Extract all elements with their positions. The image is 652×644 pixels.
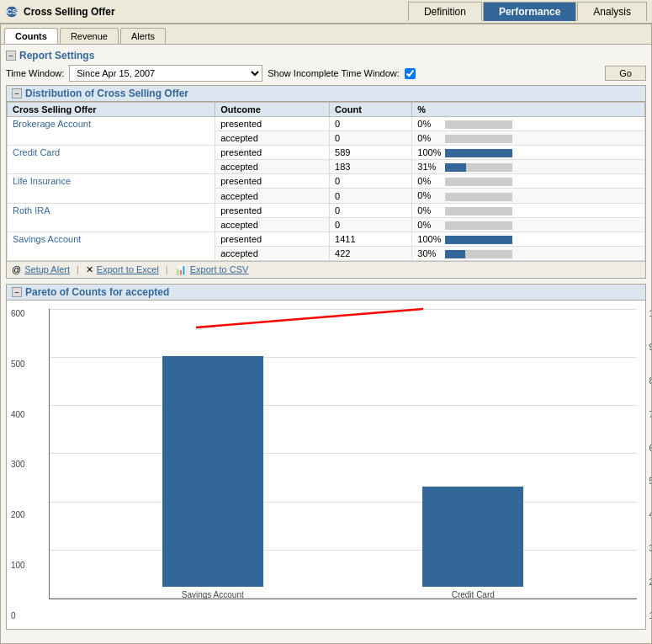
table-row: Roth IRA presented 0 0%: [8, 203, 645, 217]
chart-header: – Pareto of Counts for accepted: [7, 285, 645, 301]
outcome-accepted: accepted: [215, 189, 330, 203]
svg-text:CS: CS: [7, 8, 18, 16]
count-accepted: 422: [330, 246, 412, 260]
action-bar: @ Setup Alert | ✕ Export to Excel | 📊 Ex…: [7, 261, 645, 278]
main-content: Counts Revenue Alerts – Report Settings …: [0, 24, 652, 644]
title-bar: CS Cross Selling Offer Definition Perfor…: [0, 0, 652, 24]
show-incomplete-checkbox[interactable]: [405, 68, 416, 79]
report-settings-header: – Report Settings: [6, 50, 646, 61]
pct-accepted: 31%: [412, 160, 645, 174]
tab-analysis[interactable]: Analysis: [577, 2, 647, 21]
count-accepted: 0: [330, 131, 412, 146]
offer-name: Savings Account: [8, 232, 215, 260]
top-nav: Definition Performance Analysis: [407, 2, 647, 21]
pct-accepted: 0%: [412, 217, 645, 232]
col-count: Count: [330, 103, 412, 117]
pct-presented: 0%: [412, 117, 645, 131]
outcome-presented: presented: [215, 146, 330, 160]
chart-title: Pareto of Counts for accepted: [25, 286, 169, 298]
settings-row: Time Window: Since Apr 15, 2007 Show Inc…: [6, 65, 646, 82]
table-row: Credit Card presented 589 100%: [8, 146, 645, 160]
distribution-title: Distribution of Cross Selling Offer: [25, 88, 188, 99]
col-pct: %: [412, 103, 645, 117]
pct-accepted: 30%: [412, 246, 645, 260]
pct-presented: 0%: [412, 174, 645, 189]
export-csv-link[interactable]: Export to CSV: [190, 264, 249, 274]
bars-container: Savings Account Credit Card: [49, 309, 637, 599]
outcome-accepted: accepted: [215, 246, 330, 260]
time-window-select[interactable]: Since Apr 15, 2007: [69, 65, 262, 82]
table-row: Brokerage Account presented 0 0%: [8, 117, 645, 131]
offer-name: Brokerage Account: [8, 117, 215, 146]
app-title: Cross Selling Offer: [24, 6, 407, 18]
sub-tab-counts[interactable]: Counts: [4, 28, 58, 44]
show-incomplete-label: Show Incomplete Time Window:: [268, 68, 400, 78]
distribution-toggle[interactable]: –: [12, 88, 22, 98]
count-accepted: 0: [330, 217, 412, 232]
chart-section: – Pareto of Counts for accepted 0 100 20…: [6, 284, 646, 630]
sub-tabs: Counts Revenue Alerts: [1, 24, 651, 45]
bar-credit-card: [422, 487, 523, 587]
pct-presented: 100%: [412, 232, 645, 246]
offer-name: Credit Card: [8, 146, 215, 174]
y-axis-left: 0 100 200 300 400 500 600: [11, 309, 25, 620]
chart-toggle[interactable]: –: [12, 287, 22, 297]
distribution-header: – Distribution of Cross Selling Offer: [7, 86, 645, 102]
go-button[interactable]: Go: [605, 66, 646, 81]
col-outcome: Outcome: [215, 103, 330, 117]
pct-accepted: 0%: [412, 131, 645, 146]
y-axis-right: 10% 20% 30% 40% 50% 60% 70% 80% 90% 100%: [649, 309, 651, 620]
setup-alert-link[interactable]: Setup Alert: [24, 264, 70, 274]
outcome-presented: presented: [215, 232, 330, 246]
bar-savings-label: Savings Account: [182, 590, 244, 599]
count-presented: 0: [330, 174, 412, 189]
count-presented: 589: [330, 146, 412, 160]
pct-accepted: 0%: [412, 189, 645, 203]
outcome-accepted: accepted: [215, 217, 330, 232]
count-accepted: 183: [330, 160, 412, 174]
content-area: – Report Settings Time Window: Since Apr…: [1, 45, 651, 643]
bar-group-savings: Savings Account: [162, 356, 263, 599]
time-window-label: Time Window:: [6, 68, 64, 78]
outcome-accepted: accepted: [215, 160, 330, 174]
export-excel-link[interactable]: Export to Excel: [97, 264, 159, 274]
outcome-accepted: accepted: [215, 131, 330, 146]
offer-name: Roth IRA: [8, 203, 215, 232]
distribution-table: Cross Selling Offer Outcome Count % Brok…: [7, 102, 645, 261]
chart-area: 0 100 200 300 400 500 600 10% 20% 30% 40…: [7, 301, 645, 629]
app-icon: CS: [5, 5, 19, 19]
report-settings-toggle[interactable]: –: [6, 51, 16, 61]
sub-tab-alerts[interactable]: Alerts: [120, 28, 166, 44]
count-presented: 0: [330, 117, 412, 131]
outcome-presented: presented: [215, 203, 330, 217]
col-offer: Cross Selling Offer: [8, 103, 215, 117]
report-settings-title: Report Settings: [19, 50, 94, 61]
table-row: Life Insurance presented 0 0%: [8, 174, 645, 189]
count-accepted: 0: [330, 189, 412, 203]
outcome-presented: presented: [215, 174, 330, 189]
tab-definition[interactable]: Definition: [408, 2, 482, 21]
count-presented: 0: [330, 203, 412, 217]
table-row: Savings Account presented 1411 100%: [8, 232, 645, 246]
chart-inner: 0 100 200 300 400 500 600 10% 20% 30% 40…: [49, 309, 637, 620]
bar-group-credit: Credit Card: [422, 487, 523, 599]
count-presented: 1411: [330, 232, 412, 246]
distribution-section: – Distribution of Cross Selling Offer Cr…: [6, 85, 646, 279]
offer-name: Life Insurance: [8, 174, 215, 203]
pct-presented: 100%: [412, 146, 645, 160]
bar-savings-account: [162, 356, 263, 587]
outcome-presented: presented: [215, 117, 330, 131]
sub-tab-revenue[interactable]: Revenue: [60, 28, 119, 44]
pct-presented: 0%: [412, 203, 645, 217]
bar-credit-label: Credit Card: [452, 590, 495, 599]
tab-performance[interactable]: Performance: [483, 2, 576, 21]
